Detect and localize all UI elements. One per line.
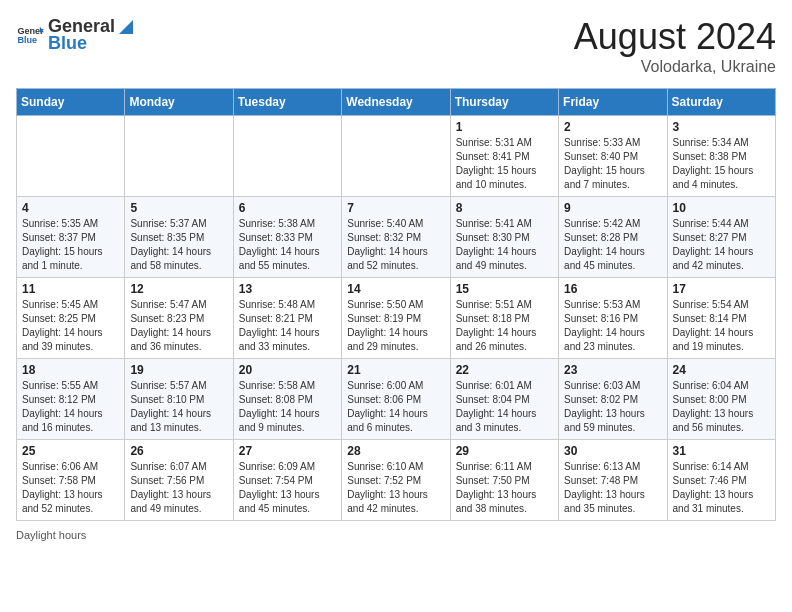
calendar-day-cell: 19Sunrise: 5:57 AM Sunset: 8:10 PM Dayli… (125, 359, 233, 440)
day-number: 9 (564, 201, 661, 215)
calendar-day-cell: 22Sunrise: 6:01 AM Sunset: 8:04 PM Dayli… (450, 359, 558, 440)
calendar-day-cell: 15Sunrise: 5:51 AM Sunset: 8:18 PM Dayli… (450, 278, 558, 359)
weekday-header-friday: Friday (559, 89, 667, 116)
day-info: Sunrise: 5:31 AM Sunset: 8:41 PM Dayligh… (456, 136, 553, 192)
day-number: 31 (673, 444, 770, 458)
title-block: August 2024 Volodarka, Ukraine (574, 16, 776, 76)
day-info: Sunrise: 5:40 AM Sunset: 8:32 PM Dayligh… (347, 217, 444, 273)
calendar-day-cell: 12Sunrise: 5:47 AM Sunset: 8:23 PM Dayli… (125, 278, 233, 359)
day-info: Sunrise: 5:47 AM Sunset: 8:23 PM Dayligh… (130, 298, 227, 354)
day-info: Sunrise: 6:00 AM Sunset: 8:06 PM Dayligh… (347, 379, 444, 435)
calendar-day-cell: 6Sunrise: 5:38 AM Sunset: 8:33 PM Daylig… (233, 197, 341, 278)
calendar-day-cell: 10Sunrise: 5:44 AM Sunset: 8:27 PM Dayli… (667, 197, 775, 278)
calendar-table: SundayMondayTuesdayWednesdayThursdayFrid… (16, 88, 776, 521)
calendar-day-cell: 8Sunrise: 5:41 AM Sunset: 8:30 PM Daylig… (450, 197, 558, 278)
logo-triangle-icon (117, 18, 135, 36)
day-number: 13 (239, 282, 336, 296)
logo-icon: General Blue (16, 21, 44, 49)
calendar-day-cell: 28Sunrise: 6:10 AM Sunset: 7:52 PM Dayli… (342, 440, 450, 521)
daylight-hours-label: Daylight hours (16, 529, 86, 541)
day-info: Sunrise: 5:45 AM Sunset: 8:25 PM Dayligh… (22, 298, 119, 354)
day-number: 24 (673, 363, 770, 377)
day-number: 28 (347, 444, 444, 458)
day-number: 29 (456, 444, 553, 458)
calendar-day-cell: 18Sunrise: 5:55 AM Sunset: 8:12 PM Dayli… (17, 359, 125, 440)
calendar-day-cell (342, 116, 450, 197)
day-number: 17 (673, 282, 770, 296)
calendar-day-cell (17, 116, 125, 197)
day-number: 15 (456, 282, 553, 296)
day-info: Sunrise: 6:09 AM Sunset: 7:54 PM Dayligh… (239, 460, 336, 516)
weekday-header-row: SundayMondayTuesdayWednesdayThursdayFrid… (17, 89, 776, 116)
weekday-header-wednesday: Wednesday (342, 89, 450, 116)
svg-marker-3 (119, 20, 133, 34)
day-info: Sunrise: 5:53 AM Sunset: 8:16 PM Dayligh… (564, 298, 661, 354)
weekday-header-tuesday: Tuesday (233, 89, 341, 116)
day-number: 18 (22, 363, 119, 377)
day-number: 30 (564, 444, 661, 458)
day-number: 12 (130, 282, 227, 296)
day-number: 11 (22, 282, 119, 296)
calendar-week-row: 1Sunrise: 5:31 AM Sunset: 8:41 PM Daylig… (17, 116, 776, 197)
day-info: Sunrise: 5:41 AM Sunset: 8:30 PM Dayligh… (456, 217, 553, 273)
day-info: Sunrise: 5:33 AM Sunset: 8:40 PM Dayligh… (564, 136, 661, 192)
day-number: 21 (347, 363, 444, 377)
day-info: Sunrise: 5:38 AM Sunset: 8:33 PM Dayligh… (239, 217, 336, 273)
page-header: General Blue General Blue August 2024 Vo… (16, 16, 776, 76)
day-number: 1 (456, 120, 553, 134)
weekday-header-sunday: Sunday (17, 89, 125, 116)
calendar-day-cell (125, 116, 233, 197)
weekday-header-monday: Monday (125, 89, 233, 116)
svg-text:Blue: Blue (17, 35, 37, 45)
day-info: Sunrise: 5:51 AM Sunset: 8:18 PM Dayligh… (456, 298, 553, 354)
calendar-day-cell: 24Sunrise: 6:04 AM Sunset: 8:00 PM Dayli… (667, 359, 775, 440)
day-number: 2 (564, 120, 661, 134)
calendar-week-row: 18Sunrise: 5:55 AM Sunset: 8:12 PM Dayli… (17, 359, 776, 440)
day-info: Sunrise: 5:57 AM Sunset: 8:10 PM Dayligh… (130, 379, 227, 435)
calendar-day-cell: 31Sunrise: 6:14 AM Sunset: 7:46 PM Dayli… (667, 440, 775, 521)
day-info: Sunrise: 6:07 AM Sunset: 7:56 PM Dayligh… (130, 460, 227, 516)
calendar-day-cell: 14Sunrise: 5:50 AM Sunset: 8:19 PM Dayli… (342, 278, 450, 359)
calendar-day-cell: 21Sunrise: 6:00 AM Sunset: 8:06 PM Dayli… (342, 359, 450, 440)
calendar-day-cell: 17Sunrise: 5:54 AM Sunset: 8:14 PM Dayli… (667, 278, 775, 359)
day-number: 20 (239, 363, 336, 377)
day-info: Sunrise: 6:14 AM Sunset: 7:46 PM Dayligh… (673, 460, 770, 516)
calendar-week-row: 11Sunrise: 5:45 AM Sunset: 8:25 PM Dayli… (17, 278, 776, 359)
day-number: 19 (130, 363, 227, 377)
day-info: Sunrise: 6:03 AM Sunset: 8:02 PM Dayligh… (564, 379, 661, 435)
day-number: 14 (347, 282, 444, 296)
calendar-day-cell: 13Sunrise: 5:48 AM Sunset: 8:21 PM Dayli… (233, 278, 341, 359)
calendar-day-cell: 30Sunrise: 6:13 AM Sunset: 7:48 PM Dayli… (559, 440, 667, 521)
day-number: 7 (347, 201, 444, 215)
day-info: Sunrise: 6:13 AM Sunset: 7:48 PM Dayligh… (564, 460, 661, 516)
calendar-day-cell: 4Sunrise: 5:35 AM Sunset: 8:37 PM Daylig… (17, 197, 125, 278)
day-info: Sunrise: 5:44 AM Sunset: 8:27 PM Dayligh… (673, 217, 770, 273)
day-number: 8 (456, 201, 553, 215)
day-number: 25 (22, 444, 119, 458)
calendar-day-cell: 9Sunrise: 5:42 AM Sunset: 8:28 PM Daylig… (559, 197, 667, 278)
calendar-day-cell: 27Sunrise: 6:09 AM Sunset: 7:54 PM Dayli… (233, 440, 341, 521)
day-info: Sunrise: 5:37 AM Sunset: 8:35 PM Dayligh… (130, 217, 227, 273)
weekday-header-saturday: Saturday (667, 89, 775, 116)
day-info: Sunrise: 5:58 AM Sunset: 8:08 PM Dayligh… (239, 379, 336, 435)
day-info: Sunrise: 6:11 AM Sunset: 7:50 PM Dayligh… (456, 460, 553, 516)
day-info: Sunrise: 6:06 AM Sunset: 7:58 PM Dayligh… (22, 460, 119, 516)
calendar-day-cell: 25Sunrise: 6:06 AM Sunset: 7:58 PM Dayli… (17, 440, 125, 521)
day-number: 23 (564, 363, 661, 377)
calendar-day-cell: 16Sunrise: 5:53 AM Sunset: 8:16 PM Dayli… (559, 278, 667, 359)
day-info: Sunrise: 6:01 AM Sunset: 8:04 PM Dayligh… (456, 379, 553, 435)
day-number: 26 (130, 444, 227, 458)
location-subtitle: Volodarka, Ukraine (574, 58, 776, 76)
day-info: Sunrise: 5:35 AM Sunset: 8:37 PM Dayligh… (22, 217, 119, 273)
calendar-day-cell: 29Sunrise: 6:11 AM Sunset: 7:50 PM Dayli… (450, 440, 558, 521)
calendar-day-cell: 1Sunrise: 5:31 AM Sunset: 8:41 PM Daylig… (450, 116, 558, 197)
day-number: 6 (239, 201, 336, 215)
day-number: 5 (130, 201, 227, 215)
calendar-day-cell: 26Sunrise: 6:07 AM Sunset: 7:56 PM Dayli… (125, 440, 233, 521)
day-info: Sunrise: 5:54 AM Sunset: 8:14 PM Dayligh… (673, 298, 770, 354)
calendar-day-cell: 7Sunrise: 5:40 AM Sunset: 8:32 PM Daylig… (342, 197, 450, 278)
day-number: 16 (564, 282, 661, 296)
calendar-day-cell (233, 116, 341, 197)
weekday-header-thursday: Thursday (450, 89, 558, 116)
day-info: Sunrise: 5:34 AM Sunset: 8:38 PM Dayligh… (673, 136, 770, 192)
